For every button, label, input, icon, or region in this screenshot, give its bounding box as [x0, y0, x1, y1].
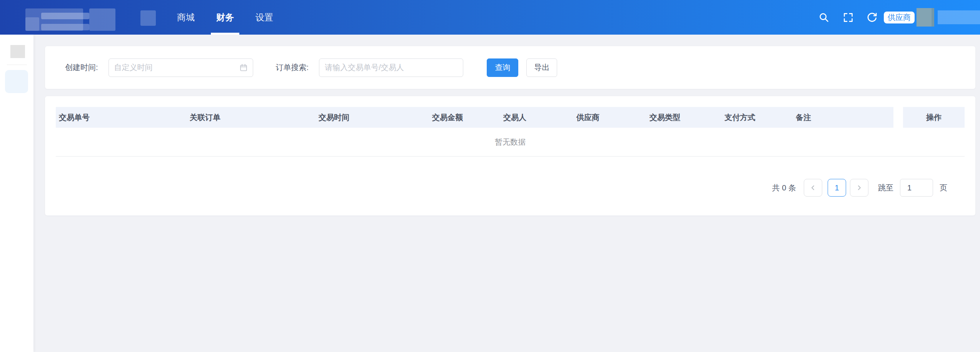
column-header-operation: 操作	[903, 107, 965, 128]
top-nav: 商城 财务 设置	[166, 0, 284, 35]
empty-state-text: 暂无数据	[495, 137, 526, 147]
logo-blur-block	[89, 8, 115, 31]
jump-to-label: 跳至	[878, 183, 893, 193]
column-header-supplier: 供应商	[573, 107, 646, 128]
export-button[interactable]: 导出	[526, 58, 557, 77]
prev-page-button[interactable]	[804, 179, 822, 197]
page-number: 1	[835, 184, 839, 192]
nav-item-label: 商城	[177, 12, 195, 23]
fullscreen-icon[interactable]	[842, 11, 854, 23]
chevron-right-icon	[856, 185, 862, 191]
calendar-icon[interactable]	[239, 63, 248, 73]
column-header-remarks: 备注	[793, 107, 893, 128]
chevron-left-icon	[810, 185, 816, 191]
search-icon[interactable]	[818, 11, 830, 23]
page-1-button[interactable]: 1	[828, 179, 846, 197]
nav-item-label: 财务	[216, 12, 234, 23]
pagination: 共 0 条 1 跳至 页	[56, 179, 965, 197]
logo-blur-block	[41, 24, 89, 30]
topbar: 商城 财务 设置 供应商	[0, 0, 980, 35]
column-header-trader: 交易人	[500, 107, 573, 128]
column-header-transaction-time: 交易时间	[316, 107, 429, 128]
date-range-field	[109, 58, 253, 77]
supplier-role-badge: 供应商	[884, 12, 915, 23]
next-page-button[interactable]	[850, 179, 868, 197]
date-range-input[interactable]	[109, 58, 253, 77]
sidebar-logo-placeholder	[10, 45, 25, 58]
create-time-label: 创建时间:	[65, 62, 98, 73]
username-blur-block	[938, 10, 980, 24]
nav-blur-block	[140, 10, 156, 26]
supplier-badge-label: 供应商	[888, 12, 911, 23]
page-jump-input[interactable]	[900, 179, 933, 197]
avatar[interactable]	[917, 8, 934, 27]
order-search-input[interactable]	[319, 58, 463, 77]
table-header-row: 交易单号 关联订单 交易时间 交易金额 交易人 供应商 交易类型 支付方式 备注…	[56, 107, 965, 128]
filter-bar: 创建时间: 订单搜索: 查询 导出	[45, 46, 975, 89]
logo-blur-block	[41, 13, 89, 19]
sidebar	[0, 35, 33, 352]
sidebar-item-active[interactable]	[5, 70, 28, 93]
column-header-amount: 交易金额	[429, 107, 500, 128]
logo-blur-block	[25, 17, 39, 31]
nav-item-label: 设置	[255, 12, 273, 23]
order-search-label: 订单搜索:	[276, 62, 309, 73]
table-empty-state: 暂无数据	[56, 128, 965, 157]
total-count: 共 0 条	[772, 183, 796, 193]
nav-item-mall[interactable]: 商城	[166, 0, 205, 35]
nav-item-finance[interactable]: 财务	[205, 0, 245, 35]
transactions-table-card: 交易单号 关联订单 交易时间 交易金额 交易人 供应商 交易类型 支付方式 备注…	[45, 96, 975, 215]
column-header-payment-method: 支付方式	[721, 107, 793, 128]
refresh-icon[interactable]	[866, 11, 878, 23]
column-header-related-order: 关联订单	[187, 107, 316, 128]
column-header-transaction-no: 交易单号	[56, 107, 187, 128]
nav-item-settings[interactable]: 设置	[245, 0, 284, 35]
fixed-column-gap	[893, 107, 903, 128]
column-header-transaction-type: 交易类型	[646, 107, 721, 128]
main-content: 创建时间: 订单搜索: 查询 导出 交易单号 关联订单 交易时间 交易金额 交易…	[33, 35, 980, 352]
page-suffix-label: 页	[940, 183, 947, 193]
sidebar-divider	[7, 65, 27, 65]
query-button[interactable]: 查询	[487, 58, 518, 77]
